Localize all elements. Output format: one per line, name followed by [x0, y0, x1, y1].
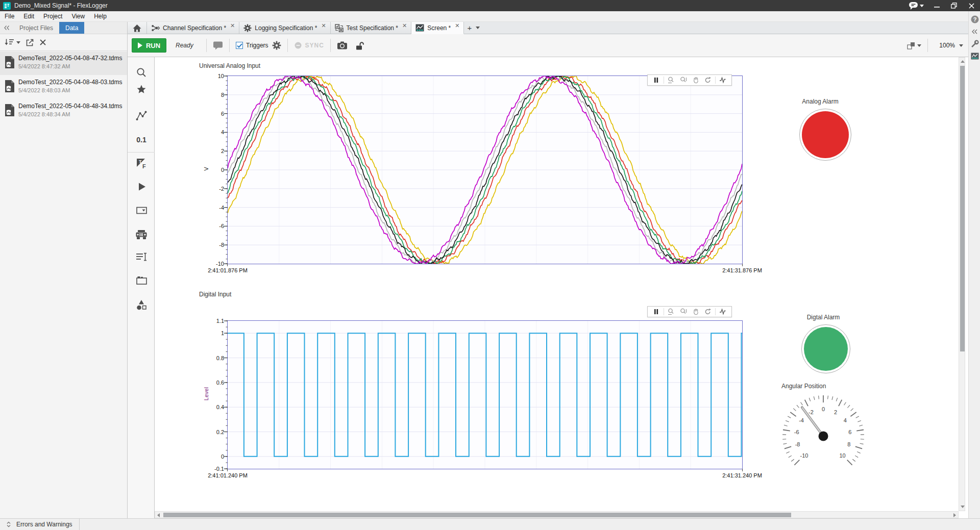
canvas-horizontal-scrollbar[interactable]	[155, 511, 959, 518]
tab-channel-specification[interactable]: Channel Specification * ✕	[147, 22, 239, 34]
menu-file[interactable]: File	[0, 13, 19, 20]
screenshot-button[interactable]	[337, 41, 348, 50]
pause-button[interactable]	[650, 307, 663, 316]
tab-screen[interactable]: Screen * ✕	[411, 22, 464, 34]
scroll-down-arrow[interactable]	[961, 506, 965, 508]
sort-order-button[interactable]	[4, 38, 20, 46]
file-date: 5/4/2022 8:47:32 AM	[18, 63, 70, 69]
dropdown-widget-tool[interactable]	[134, 203, 149, 217]
close-button[interactable]	[963, 0, 980, 11]
digital-alarm-indicator[interactable]	[801, 324, 850, 373]
menu-view[interactable]: View	[67, 13, 89, 20]
file-list-item[interactable]: DemoTest_2022-05-04-08-48-34.tdms5/4/202…	[0, 99, 127, 123]
zoom-caret-icon[interactable]	[959, 44, 963, 47]
channels-panel-button[interactable]	[969, 50, 980, 62]
minimize-button[interactable]	[928, 0, 945, 11]
pause-icon	[653, 77, 660, 84]
overlap-squares-icon	[906, 41, 915, 50]
zoom-level-value[interactable]: 100%	[939, 42, 955, 49]
feedback-button[interactable]	[904, 0, 928, 11]
favorites-tool[interactable]	[134, 82, 149, 96]
menu-bar: File Edit Project View Help	[0, 11, 968, 22]
triggers-settings-button[interactable]	[272, 41, 281, 50]
digital-graph[interactable]: Level 2:41:01.240 PM 2:41:31.240 PM -0.1…	[227, 320, 743, 469]
analog-graph[interactable]: V 2:41:01.876 PM 2:41:31.876 PM -10-8-6-…	[227, 75, 743, 264]
boolean-widget-tool[interactable]: T F	[134, 156, 149, 170]
status-text: Ready	[176, 42, 200, 49]
autoscale-button[interactable]	[717, 75, 729, 85]
scroll-right-arrow[interactable]	[953, 513, 956, 517]
pause-button[interactable]	[650, 75, 663, 85]
triggers-checkbox[interactable]	[236, 42, 243, 49]
graph-widget-tool[interactable]	[134, 109, 149, 123]
angular-position-gauge[interactable]: -10-8-6-4-20246810	[775, 392, 872, 469]
zoom-vertical-button[interactable]	[677, 75, 690, 85]
plot-area	[228, 76, 742, 264]
add-tab-button[interactable]: +	[464, 22, 483, 34]
gauge-tick	[782, 439, 786, 440]
help-button[interactable]: ?	[969, 13, 980, 26]
scrollbar-thumb[interactable]	[163, 513, 791, 517]
zoom-horizontal-button[interactable]	[665, 307, 677, 316]
scroll-up-arrow[interactable]	[961, 60, 965, 63]
gauge-tick-label: -6	[794, 429, 799, 435]
reset-zoom-icon	[704, 77, 712, 84]
sort-caret-icon	[16, 41, 20, 44]
compare-layout-button[interactable]	[906, 41, 921, 50]
errors-warnings-panel-toggle[interactable]: Errors and Warnings	[0, 519, 80, 530]
tab-test-specification[interactable]: Test Specification * ✕	[331, 22, 412, 34]
container-widget-tool[interactable]	[134, 273, 149, 288]
screen-canvas[interactable]: Universal Analog Input V 2:41:01.876 PM …	[155, 57, 959, 511]
zoom-horizontal-button[interactable]	[665, 75, 677, 85]
tab-logging-specification[interactable]: Logging Specification * ✕	[239, 22, 330, 34]
menu-help[interactable]: Help	[89, 13, 111, 20]
collapse-sidebar-button[interactable]	[0, 22, 13, 34]
collapse-right-panel-button[interactable]	[969, 26, 980, 38]
checkmark-icon	[237, 43, 242, 48]
lock-screen-button[interactable]	[355, 41, 364, 51]
sidebar-tab-data[interactable]: Data	[59, 22, 84, 34]
zoom-vertical-button[interactable]	[677, 307, 690, 316]
menu-edit[interactable]: Edit	[19, 13, 39, 20]
tab-close-icon[interactable]: ✕	[321, 22, 326, 29]
analog-alarm-indicator[interactable]	[799, 109, 851, 161]
reset-zoom-button[interactable]	[702, 307, 714, 316]
text-widget-tool[interactable]	[134, 250, 149, 264]
shapes-widget-tool[interactable]	[134, 298, 149, 312]
tab-home[interactable]	[128, 22, 147, 34]
gauge-tick	[859, 425, 863, 426]
configure-panel-button[interactable]	[969, 38, 980, 50]
autoscale-button[interactable]	[717, 307, 729, 316]
scrollbar-thumb[interactable]	[960, 66, 965, 351]
delete-file-button[interactable]	[39, 39, 46, 46]
gauge-tick	[847, 405, 850, 408]
tdms-file-icon	[4, 56, 15, 69]
file-list-item[interactable]: DemoTest_2022-05-04-08-48-03.tdms5/4/202…	[0, 75, 127, 99]
vehicle-widget-tool[interactable]	[134, 228, 149, 242]
file-list-item[interactable]: DemoTest_2022-05-04-08-47-32.tdms5/4/202…	[0, 52, 127, 75]
gauge-tick	[783, 430, 790, 431]
analog-alarm-label: Analog Alarm	[785, 98, 856, 105]
pan-button[interactable]	[690, 307, 702, 316]
media-widget-tool[interactable]	[134, 180, 149, 194]
gauge-tick	[809, 398, 810, 401]
run-button[interactable]: RUN	[132, 38, 166, 53]
reset-zoom-button[interactable]	[702, 75, 714, 85]
comment-button[interactable]	[213, 41, 223, 50]
tab-label: Screen *	[427, 24, 451, 32]
line-graph-icon	[136, 110, 147, 121]
numeric-widget-tool[interactable]: 0.1	[134, 133, 149, 147]
tab-close-icon[interactable]: ✕	[230, 22, 235, 29]
open-external-button[interactable]	[26, 38, 34, 47]
menu-project[interactable]: Project	[39, 13, 67, 20]
play-icon	[138, 42, 142, 48]
sidebar-tab-project-files[interactable]: Project Files	[13, 22, 59, 34]
tab-close-icon[interactable]: ✕	[455, 22, 459, 29]
canvas-vertical-scrollbar[interactable]	[959, 57, 965, 511]
scroll-left-arrow[interactable]	[157, 513, 160, 517]
maximize-restore-button[interactable]	[945, 0, 963, 11]
zoom-horizontal-icon	[668, 308, 675, 315]
search-tool[interactable]	[134, 65, 149, 80]
pan-button[interactable]	[690, 75, 702, 85]
tab-close-icon[interactable]: ✕	[402, 22, 407, 29]
